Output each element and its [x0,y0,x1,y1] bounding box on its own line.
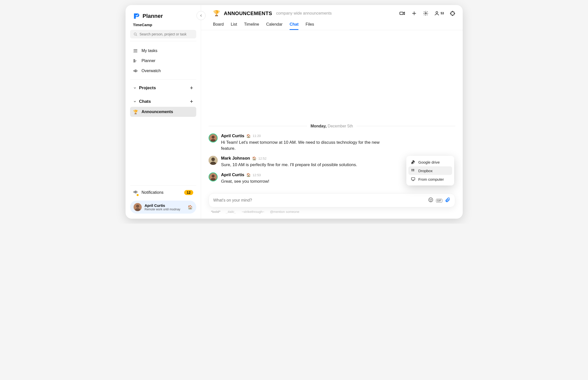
attach-item-label: Google drive [418,160,440,164]
date-weekday: Monday, [310,124,327,128]
members-button[interactable]: 53 [435,11,444,16]
current-user-name: April Curtis [145,203,180,208]
house-icon: 🏠 [246,134,251,138]
settings-button[interactable] [423,11,428,16]
svg-point-11 [211,158,215,161]
megaphone-icon [133,68,138,73]
hint-mention: @mention someone [270,210,299,214]
video-call-button[interactable] [399,10,405,16]
channel-subtitle: company wide announcements [276,11,332,16]
header-actions: 53 [399,10,455,16]
tab-board[interactable]: Board [213,21,224,30]
svg-rect-4 [400,12,403,15]
member-count: 53 [441,12,444,15]
nav-primary: My tasks Planner Overwatch [126,44,201,78]
megaphone-icon [133,189,138,196]
app-window: Planner TimeCamp My tasks Planner Overwa… [126,5,463,219]
svg-point-6 [436,12,438,13]
back-button[interactable] [197,11,206,20]
hint-bold: *bold* [211,210,221,214]
svg-point-17 [429,198,433,202]
message-author: April Curtis [221,133,245,138]
house-icon: 🏠 [246,173,251,177]
tab-chat[interactable]: Chat [290,21,299,30]
attach-menu: Google drive Dropbox From computer [406,156,454,185]
sidebar-item-planner[interactable]: Planner [126,56,201,66]
svg-point-18 [430,199,430,200]
message-time: 12:53 [253,173,261,177]
extensions-button[interactable] [450,11,456,16]
sidebar-item-label: Announcements [142,110,173,114]
composer[interactable]: GIF [209,193,455,207]
add-button[interactable] [411,11,417,16]
avatar [209,172,218,181]
sidebar-item-overwatch[interactable]: Overwatch [126,66,201,76]
workspace-name: TimeCamp [126,23,201,29]
message-time: 11:20 [253,134,261,138]
sidebar-bottom: Notifications 12 April Curtis Remote wor… [126,185,201,219]
composer-area: GIF *bold* _italic_ ~strikethrough~ @men… [201,189,463,219]
chats-toggle[interactable]: Chats + [126,96,201,107]
hint-italic: _italic_ [226,210,236,214]
sidebar-group-projects: Projects + [126,81,201,95]
tab-list[interactable]: List [231,21,237,30]
add-project-button[interactable]: + [190,85,193,91]
gif-button[interactable]: GIF [436,198,442,203]
svg-rect-16 [411,178,415,180]
tabs: Board List Timeline Calendar Chat Files [213,21,456,30]
sidebar-item-label: Planner [142,59,155,63]
attach-from-computer[interactable]: From computer [408,175,452,183]
svg-point-19 [431,199,432,200]
avatar [134,203,142,211]
date-rest: December 5th [327,124,353,128]
tab-timeline[interactable]: Timeline [244,21,259,30]
notifications-button[interactable]: Notifications 12 [130,185,196,198]
hint-strike: ~strikethrough~ [242,210,264,214]
current-user-status: Remote work until modnay [145,208,180,211]
chats-label: Chats [139,99,151,104]
notifications-badge: 12 [184,190,193,195]
sidebar-group-chats: Chats + 🏆 Announcements [126,95,201,118]
current-user-card[interactable]: April Curtis Remote work until modnay 🏠 [130,201,196,214]
google-drive-icon [411,160,415,164]
sidebar-item-announcements[interactable]: 🏆 Announcements [130,107,196,117]
message-text: Hi Team! Let's meet tomorrow at 10 AM. W… [221,139,382,152]
message-author: April Curtis [221,172,245,177]
projects-toggle[interactable]: Projects + [126,83,201,93]
projects-label: Projects [139,85,156,90]
channel-title: ANNOUNCEMENTS [224,11,272,16]
search-input[interactable] [140,32,193,36]
sidebar-item-label: My tasks [142,49,158,53]
sidebar: Planner TimeCamp My tasks Planner Overwa… [126,5,201,219]
chevron-down-icon [133,86,137,90]
attach-item-label: Dropbox [418,169,433,173]
avatar [209,133,218,142]
tab-files[interactable]: Files [305,21,314,30]
composer-input[interactable] [213,198,425,203]
svg-point-2 [136,205,139,208]
emoji-button[interactable] [428,197,434,204]
attach-dropbox[interactable]: Dropbox [408,166,452,175]
message-text: Great, see you tomorrow! [221,178,382,184]
search-input-wrap[interactable] [130,30,196,38]
attach-item-label: From computer [418,177,444,181]
avatar [209,156,218,165]
brand: Planner [126,5,201,23]
message-text: Sure, 10 AM is perfectly fine for me. I'… [221,162,382,168]
message-author: Mark Johnson [221,156,250,161]
add-chat-button[interactable]: + [190,98,193,105]
brand-name: Planner [143,13,163,19]
message-time: 12:52 [258,157,267,160]
house-icon: 🏠 [252,156,256,160]
notifications-label: Notifications [142,190,164,195]
tab-calendar[interactable]: Calendar [266,21,283,30]
attach-button[interactable] [445,197,450,204]
computer-icon [411,177,415,181]
sidebar-item-my-tasks[interactable]: My tasks [126,46,201,56]
sidebar-item-label: Overwatch [142,69,161,73]
attach-google-drive[interactable]: Google drive [408,158,452,166]
chevron-down-icon [133,100,137,103]
gantt-icon [133,58,138,63]
main-area: 🏆 ANNOUNCEMENTS company wide announcemen… [201,5,463,219]
house-icon: 🏠 [188,205,193,210]
